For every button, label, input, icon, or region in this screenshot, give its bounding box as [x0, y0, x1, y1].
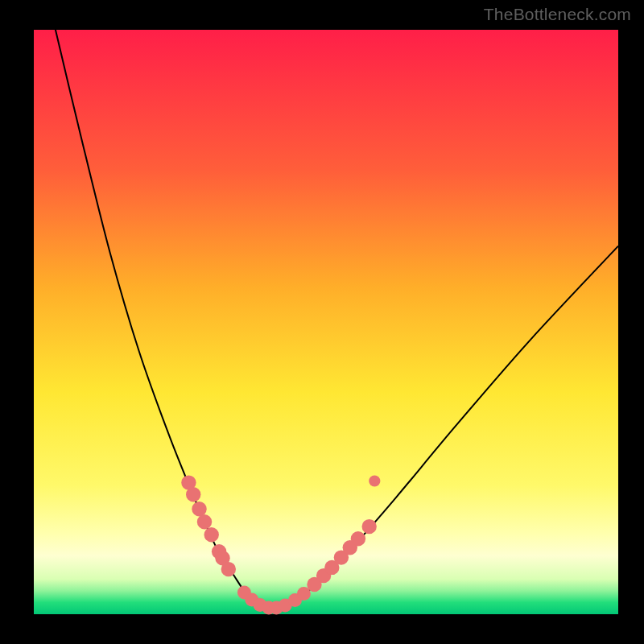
marker-right-cluster — [362, 519, 377, 534]
bottleneck-curve — [52, 12, 618, 609]
marker-left-cluster — [197, 514, 212, 529]
plot-area — [34, 30, 618, 614]
marker-right-cluster — [351, 531, 365, 546]
marker-left-cluster — [186, 487, 200, 502]
marker-left-cluster — [204, 527, 219, 542]
chart-frame: TheBottleneck.com — [0, 0, 644, 644]
marker-left-cluster — [221, 562, 236, 576]
chart-svg — [34, 30, 618, 614]
watermark: TheBottleneck.com — [484, 5, 631, 24]
marker-left-cluster — [192, 502, 206, 516]
data-markers — [181, 475, 380, 614]
marker-right-outlier — [369, 475, 380, 486]
